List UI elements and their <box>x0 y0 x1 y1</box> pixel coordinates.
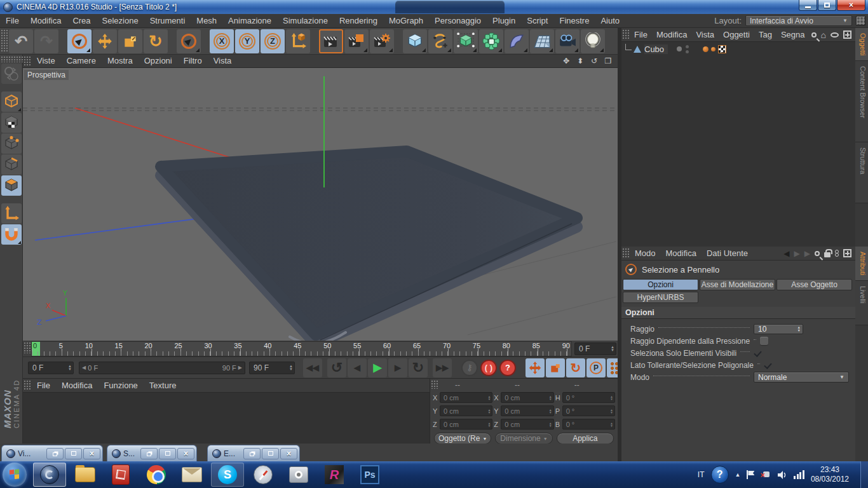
language-indicator[interactable]: IT <box>698 470 705 479</box>
rotate-tool-button[interactable]: ↻ <box>144 29 168 53</box>
link-icon[interactable] <box>835 250 839 257</box>
model-mode-button[interactable] <box>1 92 22 112</box>
coordinate-system-button[interactable] <box>286 29 310 53</box>
current-frame-spinner[interactable]: 0 F ▲▼ <box>574 342 616 355</box>
attribute-menu-item[interactable]: Modo <box>630 247 661 260</box>
menu-item[interactable]: Strumenti <box>144 14 191 27</box>
spinner-arrows-icon[interactable]: ▲▼ <box>487 422 491 427</box>
go-to-end-button[interactable]: ▶▶ <box>433 358 452 377</box>
toolbar-grip[interactable] <box>1 29 8 53</box>
polygon-mode-button[interactable] <box>1 175 22 196</box>
options-section-header[interactable]: Opzioni <box>621 307 855 319</box>
modo-dropdown[interactable]: Normale ▼ <box>754 372 849 383</box>
spinner-arrows-icon[interactable]: ▲▼ <box>487 409 491 414</box>
frame-range-slider[interactable]: ◀ 0 F 90 F ▶ <box>79 362 245 374</box>
spinner-arrows-icon[interactable]: ▲▼ <box>549 395 552 400</box>
coordinate-field[interactable]: Y 0 cm ▲▼ <box>494 405 553 417</box>
viewport-toggle-icon[interactable]: ❐ <box>604 57 613 65</box>
object-manager-menu-item[interactable]: Segna <box>776 28 810 41</box>
lock-y-axis-button[interactable]: Y <box>235 29 259 53</box>
power-plug-icon[interactable] <box>761 470 771 479</box>
home-icon[interactable]: ⌂ <box>821 30 826 39</box>
close-button[interactable]: × <box>177 448 194 459</box>
spinner-arrows-icon[interactable]: ▲▼ <box>65 365 72 371</box>
restore-button[interactable] <box>46 448 64 459</box>
menu-item[interactable]: Selezione <box>97 14 144 27</box>
coordinate-field[interactable]: B 0 ° ▲▼ <box>555 418 615 430</box>
range-right-arrow-icon[interactable]: ▶ <box>238 365 242 370</box>
material-menu-item[interactable]: Modifica <box>56 379 98 392</box>
taskbar-red-app[interactable] <box>104 463 137 487</box>
add-mograph-button[interactable] <box>479 29 503 53</box>
taskbar-cinema4d[interactable] <box>33 463 66 487</box>
spinner-arrows-icon[interactable]: ▲▼ <box>797 326 801 332</box>
render-settings-button[interactable] <box>370 29 394 53</box>
end-frame-spinner[interactable]: 90 F ▲▼ <box>249 362 295 374</box>
spinner-arrows-icon[interactable]: ▲▼ <box>610 409 613 414</box>
minimize-button[interactable] <box>799 0 817 11</box>
lock-icon[interactable] <box>824 252 831 257</box>
menu-item[interactable]: Mesh <box>191 14 222 27</box>
tab-opzioni[interactable]: Opzioni <box>623 279 698 290</box>
object-name[interactable]: Cubo <box>644 44 668 54</box>
search-icon[interactable] <box>811 32 817 37</box>
point-mode-button[interactable] <box>1 133 22 154</box>
minimized-window[interactable]: E... × <box>207 445 300 461</box>
material-menu-item[interactable]: Texture <box>144 379 182 392</box>
ground-slab-object[interactable] <box>161 151 577 341</box>
add-deformer-button[interactable] <box>505 29 529 53</box>
viewport-pan-icon[interactable]: ✥ <box>562 57 571 65</box>
coordinate-input[interactable]: 0 ° ▲▼ <box>562 392 615 403</box>
undo-button[interactable]: ↶ <box>9 29 33 53</box>
keyframe-selection-button[interactable]: ? <box>499 360 516 376</box>
taskbar-safari[interactable] <box>247 463 280 487</box>
maximize-button[interactable] <box>159 448 176 459</box>
taskbar-skype[interactable]: S <box>211 463 244 487</box>
key-position-toggle[interactable] <box>526 358 545 377</box>
minimized-window[interactable]: Vi... × <box>1 445 103 461</box>
object-manager-menu-item[interactable]: File <box>630 28 652 41</box>
menu-item[interactable]: File <box>0 14 25 27</box>
menu-item[interactable]: Script <box>521 14 553 27</box>
object-manager-menu-item[interactable]: Oggetti <box>719 28 754 41</box>
viewport-zoom-icon[interactable]: ⬍ <box>576 57 585 65</box>
last-selection-tool-button[interactable] <box>177 29 201 53</box>
move-tool-button[interactable] <box>93 29 117 53</box>
coordinate-input[interactable]: 0 cm ▲▼ <box>440 392 492 403</box>
history-forward-icon[interactable]: ▶ <box>794 249 800 258</box>
layout-dropdown[interactable]: Interfaccia di Avvio ▼ <box>745 15 852 26</box>
restore-button[interactable] <box>140 448 158 459</box>
tab-content-browser[interactable]: Content Browser <box>855 61 868 142</box>
taskbar-mail[interactable] <box>175 463 208 487</box>
taskbar-projector-app[interactable] <box>282 463 315 487</box>
taskbar-chrome[interactable] <box>140 463 173 487</box>
key-scale-toggle[interactable] <box>546 358 565 377</box>
history-up-icon[interactable]: ▶ <box>804 249 810 258</box>
coordinate-input[interactable]: 0 ° ▲▼ <box>562 419 615 430</box>
tab-oggetti[interactable]: Oggetti <box>855 28 868 61</box>
coordinate-input[interactable]: 0 cm ▲▼ <box>440 405 492 416</box>
viewport-menu-item[interactable]: Camere <box>61 55 102 67</box>
tab-livelli[interactable]: Livelli <box>855 281 868 325</box>
add-cube-button[interactable] <box>403 29 427 53</box>
action-center-flag-icon[interactable] <box>747 470 755 479</box>
spinner-arrows-icon[interactable]: ▲▼ <box>286 365 293 371</box>
coordinate-input[interactable]: 0 ° ▲▼ <box>562 405 615 416</box>
coordinate-input[interactable]: 0 cm ▲▼ <box>501 419 553 430</box>
expand-icon[interactable] <box>843 30 851 39</box>
maximize-button[interactable] <box>262 448 279 459</box>
raggio-input[interactable]: 10 ▲▼ <box>754 324 803 334</box>
eye-icon[interactable] <box>831 32 839 37</box>
live-selection-button[interactable] <box>67 29 92 53</box>
menu-item[interactable]: Aiuto <box>595 14 625 27</box>
coordinate-field[interactable]: Y 0 cm ▲▼ <box>433 405 492 417</box>
coordinate-field[interactable]: H 0 ° ▲▼ <box>555 391 615 403</box>
redo-button[interactable]: ↷ <box>34 29 58 53</box>
material-grip[interactable] <box>24 380 31 390</box>
record-key-button[interactable]: ⚷ <box>461 360 478 376</box>
material-menu-item[interactable]: Funzione <box>98 379 143 392</box>
attribute-grip[interactable] <box>622 248 629 257</box>
history-back-icon[interactable]: ◀ <box>783 249 789 258</box>
add-light-button[interactable] <box>581 29 605 53</box>
add-floor-button[interactable] <box>530 29 554 53</box>
